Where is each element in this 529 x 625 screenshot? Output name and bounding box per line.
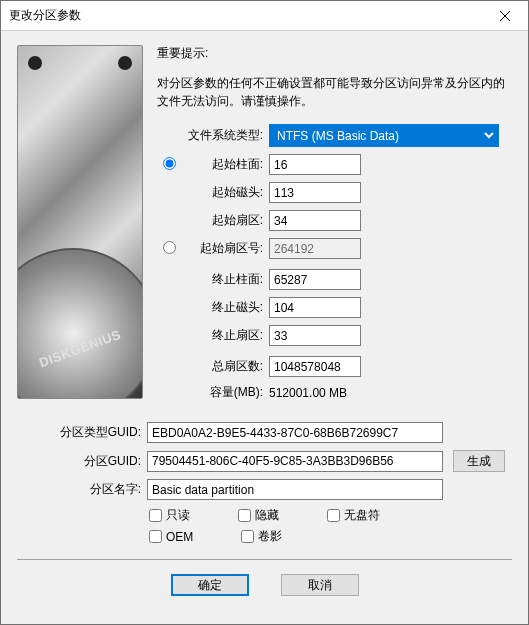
hidden-label: 隐藏	[255, 507, 279, 524]
disk-image: DISKGENIUS	[17, 45, 143, 399]
part-type-guid-label: 分区类型GUID:	[17, 424, 147, 441]
close-button[interactable]	[482, 1, 528, 31]
start-head-label: 起始磁头:	[181, 184, 269, 201]
capacity-label: 容量(MB):	[181, 384, 269, 401]
readonly-label: 只读	[166, 507, 190, 524]
end-head-input[interactable]	[269, 297, 361, 318]
form-column: 重要提示: 对分区参数的任何不正确设置都可能导致分区访问异常及分区内的文件无法访…	[157, 45, 512, 408]
oem-checkbox[interactable]	[149, 530, 162, 543]
part-name-input[interactable]	[147, 479, 443, 500]
part-type-guid-input[interactable]	[147, 422, 443, 443]
window-title: 更改分区参数	[9, 7, 81, 24]
lower-section: 分区类型GUID: 分区GUID: 生成 分区名字: 只读 隐藏 无盘符 OEM…	[17, 422, 512, 549]
titlebar: 更改分区参数	[1, 1, 528, 31]
dialog-window: 更改分区参数 DISKGENIUS 重要提示: 对分区参数的任何不正确设置都可能…	[0, 0, 529, 625]
shadow-label: 卷影	[258, 528, 282, 545]
end-head-label: 终止磁头:	[181, 299, 269, 316]
end-cyl-input[interactable]	[269, 269, 361, 290]
oem-label: OEM	[166, 530, 193, 544]
checkbox-row-2: OEM 卷影	[149, 528, 512, 545]
start-cyl-label: 起始柱面:	[181, 156, 269, 173]
total-sectors-input[interactable]	[269, 356, 361, 377]
no-drive-letter-label: 无盘符	[344, 507, 380, 524]
chs-mode-radio[interactable]	[163, 157, 176, 170]
ok-button[interactable]: 确定	[171, 574, 249, 596]
warning-text: 对分区参数的任何不正确设置都可能导致分区访问异常及分区内的文件无法访问。请谨慎操…	[157, 74, 512, 110]
important-header: 重要提示:	[157, 45, 512, 62]
fs-type-select[interactable]: NTFS (MS Basic Data)	[269, 124, 499, 147]
checkbox-row-1: 只读 隐藏 无盘符	[149, 507, 512, 524]
button-row: 确定 取消	[17, 574, 512, 596]
end-sector-label: 终止扇区:	[181, 327, 269, 344]
separator	[17, 559, 512, 560]
readonly-checkbox[interactable]	[149, 509, 162, 522]
part-guid-input[interactable]	[147, 451, 443, 472]
upper-section: DISKGENIUS 重要提示: 对分区参数的任何不正确设置都可能导致分区访问异…	[17, 45, 512, 408]
start-sector-label: 起始扇区:	[181, 212, 269, 229]
start-head-input[interactable]	[269, 182, 361, 203]
cancel-button[interactable]: 取消	[281, 574, 359, 596]
fs-type-label: 文件系统类型:	[181, 127, 269, 144]
end-sector-input[interactable]	[269, 325, 361, 346]
start-cyl-input[interactable]	[269, 154, 361, 175]
capacity-value: 512001.00 MB	[269, 386, 347, 400]
part-guid-label: 分区GUID:	[17, 453, 147, 470]
total-sectors-label: 总扇区数:	[181, 358, 269, 375]
generate-button[interactable]: 生成	[453, 450, 505, 472]
start-sector-input[interactable]	[269, 210, 361, 231]
close-icon	[500, 11, 510, 21]
hidden-checkbox[interactable]	[238, 509, 251, 522]
image-column: DISKGENIUS	[17, 45, 143, 408]
start-sector-no-input	[269, 238, 361, 259]
part-name-label: 分区名字:	[17, 481, 147, 498]
start-sector-no-label: 起始扇区号:	[181, 240, 269, 257]
no-drive-letter-checkbox[interactable]	[327, 509, 340, 522]
dialog-body: DISKGENIUS 重要提示: 对分区参数的任何不正确设置都可能导致分区访问异…	[1, 31, 528, 624]
lba-mode-radio[interactable]	[163, 241, 176, 254]
shadow-checkbox[interactable]	[241, 530, 254, 543]
end-cyl-label: 终止柱面:	[181, 271, 269, 288]
